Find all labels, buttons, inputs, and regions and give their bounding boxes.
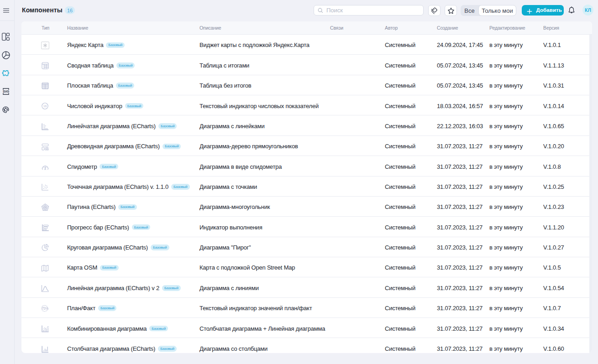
svg-text:75%: 75% [42, 306, 49, 311]
svg-text:SVG: SVG [3, 89, 9, 94]
svg-text:16: 16 [43, 105, 47, 108]
